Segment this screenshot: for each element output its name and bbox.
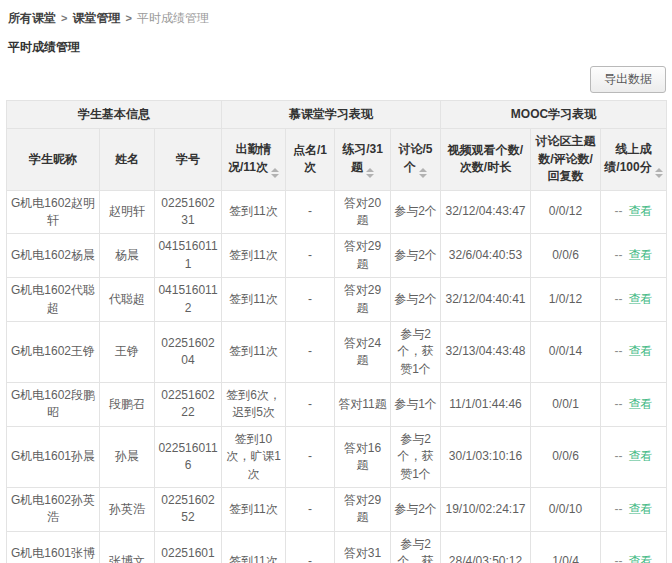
view-link[interactable]: 查看 — [629, 204, 653, 218]
cell-student-id: 0225160231 — [155, 190, 222, 234]
col-name: 姓名 — [100, 129, 155, 190]
cell-exercise: 答对29题 — [335, 488, 391, 532]
cell-nickname: G机电1601孙晨 — [7, 426, 100, 487]
cell-online-score: --查看 — [601, 321, 667, 382]
cell-discussion: 参与2个，获赞1个 — [391, 426, 441, 487]
cell-online-score: --查看 — [601, 190, 667, 234]
table-row: G机电1602赵明轩 赵明轩 0225160231 签到11次 - 答对20题 … — [7, 190, 667, 234]
breadcrumb-all-courses[interactable]: 所有课堂 — [8, 11, 56, 25]
col-discussion[interactable]: 讨论/5个 — [391, 129, 441, 190]
col-exercise-label: 练习/31题 — [342, 142, 383, 173]
sort-icon[interactable] — [271, 168, 279, 178]
table-row: G机电1602孙英浩 孙英浩 0225160252 签到11次 - 答对29题 … — [7, 488, 667, 532]
sort-icon[interactable] — [655, 168, 663, 178]
cell-roll-call: - — [286, 190, 335, 234]
cell-attendance: 签到11次 — [222, 234, 286, 278]
cell-discussion: 参与1个 — [391, 383, 441, 427]
view-link[interactable]: 查看 — [629, 554, 653, 563]
cell-video-watch: 30/1/03:10:16 — [441, 426, 531, 487]
cell-forum-stats: 0/0/10 — [531, 488, 601, 532]
cell-name: 张博文 — [100, 531, 155, 563]
cell-name: 赵明轩 — [100, 190, 155, 234]
view-link[interactable]: 查看 — [629, 397, 653, 411]
cell-exercise: 答对20题 — [335, 190, 391, 234]
cell-online-score: --查看 — [601, 383, 667, 427]
cell-forum-stats: 0/0/1 — [531, 383, 601, 427]
col-student-id: 学号 — [155, 129, 222, 190]
online-score-value: -- — [615, 554, 623, 563]
cell-exercise: 答对16题 — [335, 426, 391, 487]
online-score-value: -- — [615, 292, 623, 306]
table-row: G机电1601孙晨 孙晨 0225160116 签到10次，旷课1次 - 答对1… — [7, 426, 667, 487]
col-online-score[interactable]: 线上成绩/100分 — [601, 129, 667, 190]
cell-roll-call: - — [286, 278, 335, 322]
breadcrumb-current-page: 平时成绩管理 — [137, 11, 209, 25]
cell-forum-stats: 0/0/14 — [531, 321, 601, 382]
cell-nickname: G机电1601张博文 — [7, 531, 100, 563]
cell-student-id: 0225160116 — [155, 426, 222, 487]
cell-forum-stats: 0/0/6 — [531, 426, 601, 487]
table-row: G机电1602王铮 王铮 0225160204 签到11次 - 答对24题 参与… — [7, 321, 667, 382]
group-muketang-performance: 慕课堂学习表现 — [222, 101, 441, 129]
column-header-row: 学生昵称 姓名 学号 出勤情况/11次 点名/1次 练习/31题 讨论/5个 视… — [7, 129, 667, 190]
breadcrumb-course-management[interactable]: 课堂管理 — [72, 11, 120, 25]
toolbar: 导出数据 — [6, 66, 666, 93]
online-score-value: -- — [615, 344, 623, 358]
cell-exercise: 答对24题 — [335, 321, 391, 382]
cell-discussion: 参与2个，获赞1个 — [391, 531, 441, 563]
table-row: G机电1602段鹏昭 段鹏召 0225160222 签到6次，迟到5次 - 答对… — [7, 383, 667, 427]
view-link[interactable]: 查看 — [629, 344, 653, 358]
cell-roll-call: - — [286, 426, 335, 487]
col-video-watch: 视频观看个数/次数/时长 — [441, 129, 531, 190]
cell-student-id: 0225160222 — [155, 383, 222, 427]
online-score-value: -- — [615, 449, 623, 463]
cell-name: 孙晨 — [100, 426, 155, 487]
cell-attendance: 签到11次 — [222, 531, 286, 563]
sort-icon[interactable] — [419, 168, 427, 178]
breadcrumb-separator: > — [125, 12, 131, 24]
cell-attendance: 签到11次 — [222, 278, 286, 322]
breadcrumb-separator: > — [61, 12, 67, 24]
cell-nickname: G机电1602王铮 — [7, 321, 100, 382]
breadcrumb: 所有课堂>课堂管理>平时成绩管理 — [6, 4, 666, 27]
col-attendance[interactable]: 出勤情况/11次 — [222, 129, 286, 190]
group-student-basic-info: 学生基本信息 — [7, 101, 222, 129]
cell-student-id: 0225160252 — [155, 488, 222, 532]
view-link[interactable]: 查看 — [629, 502, 653, 516]
cell-roll-call: - — [286, 234, 335, 278]
page-title: 平时成绩管理 — [8, 39, 664, 56]
cell-attendance: 签到11次 — [222, 190, 286, 234]
cell-name: 段鹏召 — [100, 383, 155, 427]
online-score-value: -- — [615, 502, 623, 516]
cell-forum-stats: 0/0/12 — [531, 190, 601, 234]
cell-name: 代聪超 — [100, 278, 155, 322]
col-exercise[interactable]: 练习/31题 — [335, 129, 391, 190]
cell-nickname: G机电1602段鹏昭 — [7, 383, 100, 427]
cell-nickname: G机电1602代聪超 — [7, 278, 100, 322]
cell-roll-call: - — [286, 531, 335, 563]
cell-discussion: 参与2个 — [391, 190, 441, 234]
sort-icon[interactable] — [366, 168, 374, 178]
cell-online-score: --查看 — [601, 426, 667, 487]
view-link[interactable]: 查看 — [629, 292, 653, 306]
cell-online-score: --查看 — [601, 278, 667, 322]
col-discussion-label: 讨论/5个 — [399, 142, 433, 173]
table-row: G机电1602代聪超 代聪超 0415160112 签到11次 - 答对29题 … — [7, 278, 667, 322]
cell-video-watch: 32/6/04:40:53 — [441, 234, 531, 278]
cell-roll-call: - — [286, 383, 335, 427]
cell-name: 王铮 — [100, 321, 155, 382]
col-forum-stats: 讨论区主题数/评论数/回复数 — [531, 129, 601, 190]
cell-nickname: G机电1602赵明轩 — [7, 190, 100, 234]
table-body: G机电1602赵明轩 赵明轩 0225160231 签到11次 - 答对20题 … — [7, 190, 667, 563]
export-data-button[interactable]: 导出数据 — [590, 66, 666, 93]
group-header-row: 学生基本信息 慕课堂学习表现 MOOC学习表现 — [7, 101, 667, 129]
view-link[interactable]: 查看 — [629, 449, 653, 463]
col-attendance-label: 出勤情况/11次 — [228, 142, 272, 173]
cell-discussion: 参与2个 — [391, 278, 441, 322]
cell-discussion: 参与2个，获赞1个 — [391, 321, 441, 382]
cell-exercise: 答对31题 — [335, 531, 391, 563]
view-link[interactable]: 查看 — [629, 248, 653, 262]
cell-attendance: 签到11次 — [222, 321, 286, 382]
student-grades-table: 学生基本信息 慕课堂学习表现 MOOC学习表现 学生昵称 姓名 学号 出勤情况/… — [6, 100, 667, 563]
cell-online-score: --查看 — [601, 234, 667, 278]
